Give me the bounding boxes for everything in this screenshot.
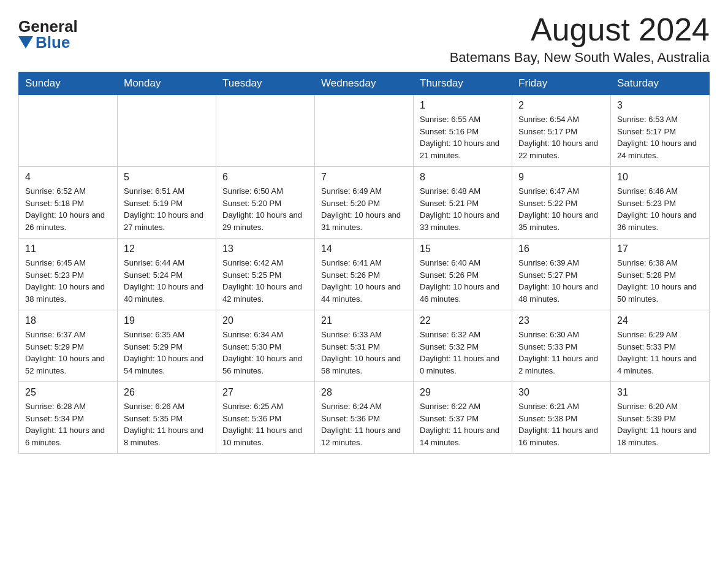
day-info: Sunrise: 6:44 AM Sunset: 5:24 PM Dayligh… bbox=[124, 257, 210, 305]
day-info: Sunrise: 6:53 AM Sunset: 5:17 PM Dayligh… bbox=[617, 113, 703, 161]
calendar-cell: 13Sunrise: 6:42 AM Sunset: 5:25 PM Dayli… bbox=[216, 239, 315, 310]
calendar-cell: 6Sunrise: 6:50 AM Sunset: 5:20 PM Daylig… bbox=[216, 167, 315, 239]
calendar-cell: 10Sunrise: 6:46 AM Sunset: 5:23 PM Dayli… bbox=[611, 167, 710, 239]
calendar-cell: 5Sunrise: 6:51 AM Sunset: 5:19 PM Daylig… bbox=[118, 167, 216, 239]
title-area: August 2024 Batemans Bay, New South Wale… bbox=[450, 12, 710, 66]
calendar-week-row: 25Sunrise: 6:28 AM Sunset: 5:34 PM Dayli… bbox=[19, 382, 710, 454]
day-info: Sunrise: 6:38 AM Sunset: 5:28 PM Dayligh… bbox=[617, 257, 703, 305]
day-info: Sunrise: 6:21 AM Sunset: 5:38 PM Dayligh… bbox=[518, 400, 604, 448]
calendar-cell: 12Sunrise: 6:44 AM Sunset: 5:24 PM Dayli… bbox=[118, 239, 216, 310]
calendar-cell: 24Sunrise: 6:29 AM Sunset: 5:33 PM Dayli… bbox=[611, 310, 710, 382]
day-info: Sunrise: 6:52 AM Sunset: 5:18 PM Dayligh… bbox=[25, 185, 111, 233]
calendar-cell bbox=[216, 95, 315, 167]
day-number: 1 bbox=[420, 100, 506, 111]
calendar-cell bbox=[19, 95, 118, 167]
calendar-table: SundayMondayTuesdayWednesdayThursdayFrid… bbox=[18, 72, 710, 454]
day-number: 20 bbox=[222, 315, 308, 326]
day-info: Sunrise: 6:29 AM Sunset: 5:33 PM Dayligh… bbox=[617, 329, 703, 377]
logo-general-text: General bbox=[18, 18, 78, 34]
calendar-week-row: 11Sunrise: 6:45 AM Sunset: 5:23 PM Dayli… bbox=[19, 239, 710, 310]
col-header-tuesday: Tuesday bbox=[216, 72, 315, 95]
calendar-cell: 25Sunrise: 6:28 AM Sunset: 5:34 PM Dayli… bbox=[19, 382, 118, 454]
calendar-cell: 4Sunrise: 6:52 AM Sunset: 5:18 PM Daylig… bbox=[19, 167, 118, 239]
day-number: 25 bbox=[25, 387, 111, 398]
day-number: 7 bbox=[321, 172, 407, 183]
day-info: Sunrise: 6:51 AM Sunset: 5:19 PM Dayligh… bbox=[124, 185, 210, 233]
calendar-cell: 21Sunrise: 6:33 AM Sunset: 5:31 PM Dayli… bbox=[315, 310, 414, 382]
day-info: Sunrise: 6:37 AM Sunset: 5:29 PM Dayligh… bbox=[25, 329, 111, 377]
day-number: 27 bbox=[222, 387, 308, 398]
day-info: Sunrise: 6:35 AM Sunset: 5:29 PM Dayligh… bbox=[124, 329, 210, 377]
location-title: Batemans Bay, New South Wales, Australia bbox=[450, 50, 710, 66]
day-number: 17 bbox=[617, 243, 703, 255]
day-number: 21 bbox=[321, 315, 407, 326]
day-info: Sunrise: 6:25 AM Sunset: 5:36 PM Dayligh… bbox=[222, 400, 308, 448]
day-info: Sunrise: 6:54 AM Sunset: 5:17 PM Dayligh… bbox=[518, 113, 604, 161]
logo-blue-text: Blue bbox=[36, 34, 70, 50]
calendar-week-row: 4Sunrise: 6:52 AM Sunset: 5:18 PM Daylig… bbox=[19, 167, 710, 239]
calendar-cell: 3Sunrise: 6:53 AM Sunset: 5:17 PM Daylig… bbox=[611, 95, 710, 167]
day-info: Sunrise: 6:45 AM Sunset: 5:23 PM Dayligh… bbox=[25, 257, 111, 305]
day-number: 13 bbox=[222, 243, 308, 255]
day-number: 22 bbox=[420, 315, 506, 326]
day-info: Sunrise: 6:34 AM Sunset: 5:30 PM Dayligh… bbox=[222, 329, 308, 377]
day-info: Sunrise: 6:20 AM Sunset: 5:39 PM Dayligh… bbox=[617, 400, 703, 448]
calendar-cell: 8Sunrise: 6:48 AM Sunset: 5:21 PM Daylig… bbox=[414, 167, 512, 239]
logo-triangle-icon bbox=[18, 36, 33, 48]
calendar-cell: 14Sunrise: 6:41 AM Sunset: 5:26 PM Dayli… bbox=[315, 239, 414, 310]
col-header-monday: Monday bbox=[118, 72, 216, 95]
calendar-cell: 30Sunrise: 6:21 AM Sunset: 5:38 PM Dayli… bbox=[512, 382, 611, 454]
calendar-header-row: SundayMondayTuesdayWednesdayThursdayFrid… bbox=[19, 72, 710, 95]
day-number: 14 bbox=[321, 243, 407, 255]
day-number: 26 bbox=[124, 387, 210, 398]
calendar-cell: 23Sunrise: 6:30 AM Sunset: 5:33 PM Dayli… bbox=[512, 310, 611, 382]
col-header-friday: Friday bbox=[512, 72, 611, 95]
day-number: 31 bbox=[617, 387, 703, 398]
day-number: 10 bbox=[617, 172, 703, 183]
col-header-wednesday: Wednesday bbox=[315, 72, 414, 95]
day-info: Sunrise: 6:47 AM Sunset: 5:22 PM Dayligh… bbox=[518, 185, 604, 233]
day-info: Sunrise: 6:30 AM Sunset: 5:33 PM Dayligh… bbox=[518, 329, 604, 377]
calendar-cell: 28Sunrise: 6:24 AM Sunset: 5:36 PM Dayli… bbox=[315, 382, 414, 454]
day-number: 19 bbox=[124, 315, 210, 326]
day-number: 16 bbox=[518, 243, 604, 255]
day-info: Sunrise: 6:28 AM Sunset: 5:34 PM Dayligh… bbox=[25, 400, 111, 448]
day-info: Sunrise: 6:24 AM Sunset: 5:36 PM Dayligh… bbox=[321, 400, 407, 448]
day-number: 4 bbox=[25, 172, 111, 183]
calendar-cell: 31Sunrise: 6:20 AM Sunset: 5:39 PM Dayli… bbox=[611, 382, 710, 454]
day-number: 30 bbox=[518, 387, 604, 398]
day-info: Sunrise: 6:42 AM Sunset: 5:25 PM Dayligh… bbox=[222, 257, 308, 305]
day-info: Sunrise: 6:55 AM Sunset: 5:16 PM Dayligh… bbox=[420, 113, 506, 161]
day-info: Sunrise: 6:41 AM Sunset: 5:26 PM Dayligh… bbox=[321, 257, 407, 305]
calendar-cell: 27Sunrise: 6:25 AM Sunset: 5:36 PM Dayli… bbox=[216, 382, 315, 454]
calendar-cell: 16Sunrise: 6:39 AM Sunset: 5:27 PM Dayli… bbox=[512, 239, 611, 310]
calendar-cell bbox=[118, 95, 216, 167]
day-info: Sunrise: 6:26 AM Sunset: 5:35 PM Dayligh… bbox=[124, 400, 210, 448]
calendar-week-row: 18Sunrise: 6:37 AM Sunset: 5:29 PM Dayli… bbox=[19, 310, 710, 382]
calendar-cell: 20Sunrise: 6:34 AM Sunset: 5:30 PM Dayli… bbox=[216, 310, 315, 382]
day-info: Sunrise: 6:50 AM Sunset: 5:20 PM Dayligh… bbox=[222, 185, 308, 233]
day-number: 18 bbox=[25, 315, 111, 326]
day-number: 28 bbox=[321, 387, 407, 398]
calendar-week-row: 1Sunrise: 6:55 AM Sunset: 5:16 PM Daylig… bbox=[19, 95, 710, 167]
calendar-cell: 17Sunrise: 6:38 AM Sunset: 5:28 PM Dayli… bbox=[611, 239, 710, 310]
calendar-cell: 22Sunrise: 6:32 AM Sunset: 5:32 PM Dayli… bbox=[414, 310, 512, 382]
calendar-cell: 9Sunrise: 6:47 AM Sunset: 5:22 PM Daylig… bbox=[512, 167, 611, 239]
day-number: 23 bbox=[518, 315, 604, 326]
calendar-cell: 19Sunrise: 6:35 AM Sunset: 5:29 PM Dayli… bbox=[118, 310, 216, 382]
calendar-cell: 29Sunrise: 6:22 AM Sunset: 5:37 PM Dayli… bbox=[414, 382, 512, 454]
day-number: 11 bbox=[25, 243, 111, 255]
day-info: Sunrise: 6:33 AM Sunset: 5:31 PM Dayligh… bbox=[321, 329, 407, 377]
col-header-sunday: Sunday bbox=[19, 72, 118, 95]
day-info: Sunrise: 6:49 AM Sunset: 5:20 PM Dayligh… bbox=[321, 185, 407, 233]
day-number: 15 bbox=[420, 243, 506, 255]
day-info: Sunrise: 6:40 AM Sunset: 5:26 PM Dayligh… bbox=[420, 257, 506, 305]
day-number: 9 bbox=[518, 172, 604, 183]
day-number: 12 bbox=[124, 243, 210, 255]
day-info: Sunrise: 6:32 AM Sunset: 5:32 PM Dayligh… bbox=[420, 329, 506, 377]
day-number: 24 bbox=[617, 315, 703, 326]
calendar-cell: 11Sunrise: 6:45 AM Sunset: 5:23 PM Dayli… bbox=[19, 239, 118, 310]
col-header-saturday: Saturday bbox=[611, 72, 710, 95]
day-number: 3 bbox=[617, 100, 703, 111]
day-number: 5 bbox=[124, 172, 210, 183]
